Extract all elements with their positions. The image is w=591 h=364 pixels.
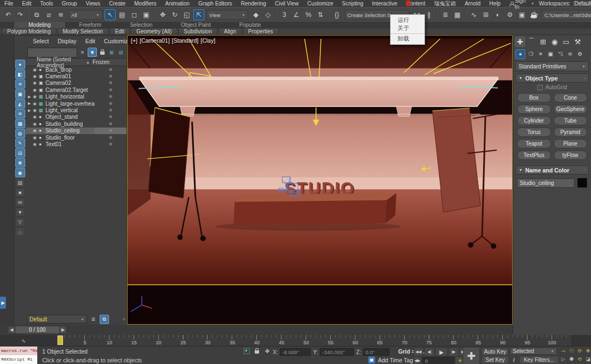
explorer-preset-dropdown[interactable]: Default ▼ xyxy=(27,315,87,323)
z-coordinate-field[interactable]: 0.0" xyxy=(363,348,389,356)
hierarchy-panel-icon[interactable]: ⊞ xyxy=(538,37,548,47)
explorer-dock-icon[interactable]: ⊟ xyxy=(15,148,25,158)
animation-tool-icon[interactable]: ⊸ xyxy=(560,347,567,354)
named-selection-sets-icon[interactable]: {} xyxy=(331,9,342,20)
frozen-toggle-icon[interactable]: ❋ xyxy=(95,128,127,134)
menu-item[interactable]: File xyxy=(0,1,18,7)
explorer-dock-icon[interactable]: ✉ xyxy=(15,198,25,207)
primitive-button[interactable]: Box xyxy=(517,93,551,102)
menu-item[interactable]: Tools xyxy=(36,1,57,7)
expand-arrow-icon[interactable]: ▶ xyxy=(28,101,33,106)
menu-item[interactable]: Edit xyxy=(18,1,36,7)
explorer-dock-icon[interactable]: ⌂ xyxy=(15,227,25,236)
camera-viewport[interactable]: [+] [Camera01] [Standard] [Clay] xyxy=(127,35,513,325)
helpers-category-icon[interactable]: ◹ xyxy=(556,50,565,59)
select-object-icon[interactable]: ↖ xyxy=(105,9,116,20)
explorer-column-header[interactable]: Name (Sorted Ascending) ▲ Frozen xyxy=(26,58,127,66)
animation-tool-icon[interactable]: ⚉ xyxy=(568,355,575,362)
viewport-shading-menu[interactable]: [Standard] xyxy=(172,37,198,44)
visibility-eye-icon[interactable]: ◉ xyxy=(33,108,39,113)
maxscript-mini-listener[interactable]: macros.run "Re MAXScript Mi xyxy=(0,346,37,364)
use-pivot-center-icon[interactable]: ◇ xyxy=(262,9,273,20)
select-and-link-icon[interactable]: ⧉ xyxy=(31,9,42,20)
explorer-object-row[interactable]: ▶ ◉ ▩ Light_large-overhead ❋ xyxy=(26,100,127,107)
workspace-dropdown[interactable]: Default ▼ xyxy=(572,0,591,7)
selection-filter-dropdown[interactable]: All ▼ xyxy=(68,10,102,20)
geometry-category-icon[interactable]: ● xyxy=(515,49,525,59)
next-frame-button[interactable]: |▶ xyxy=(449,348,458,356)
expand-arrow-icon[interactable]: ▶ xyxy=(28,108,33,113)
explorer-object-row[interactable]: ▶ ◉ ▩ Light_vertical ❋ xyxy=(26,107,127,113)
filter-funnel-icon[interactable]: ▼ xyxy=(88,48,97,57)
primitive-button[interactable]: Tube xyxy=(554,116,588,125)
explorer-dock-icon[interactable]: ● xyxy=(15,60,25,69)
menu-item[interactable]: Views xyxy=(82,1,105,7)
primitive-button[interactable]: Cone xyxy=(554,93,588,102)
primitive-button[interactable]: Torus xyxy=(517,128,551,137)
explorer-dock-icon[interactable]: ◍ xyxy=(15,129,25,138)
percent-snap-icon[interactable]: % xyxy=(303,9,314,20)
plugin-menu-item[interactable]: 关于 xyxy=(391,24,424,32)
frozen-toggle-icon[interactable]: ❋ xyxy=(95,80,127,85)
key-filters-button[interactable]: Key Filters... xyxy=(519,356,559,364)
render-production-icon[interactable]: ☕ xyxy=(529,9,540,20)
create-panel-icon[interactable]: ✚ xyxy=(515,37,525,47)
play-button[interactable]: ▶ xyxy=(435,348,447,356)
ref-coord-icon[interactable]: ◆ xyxy=(250,9,261,20)
frozen-toggle-icon[interactable]: ❋ xyxy=(95,108,127,113)
explorer-menu-item[interactable]: Display xyxy=(54,38,80,44)
menu-item[interactable]: Help xyxy=(485,1,505,7)
animation-tool-icon[interactable]: ⚇ xyxy=(568,347,575,354)
menu-item[interactable]: Rendering xyxy=(237,1,271,7)
frame-back-button[interactable]: ◀ xyxy=(8,326,15,334)
frozen-toggle-icon[interactable]: ❋ xyxy=(95,74,127,79)
plugin-menu-item[interactable]: 卸载 xyxy=(391,33,424,43)
explorer-dock-icon[interactable]: ▣ xyxy=(15,89,25,99)
undo-icon[interactable]: ↶ xyxy=(3,9,14,20)
mini-curve-editor-icon[interactable]: ∿ xyxy=(19,337,28,344)
viewport-general-menu[interactable]: [+] xyxy=(131,37,137,44)
explorer-object-row[interactable]: ◉ ● Back_drop ❋ xyxy=(26,66,127,73)
select-and-place-icon[interactable]: ⇱ xyxy=(193,9,204,20)
plugin-menu-item[interactable]: 运行 xyxy=(391,16,424,24)
selection-lock-icon[interactable] xyxy=(253,348,261,355)
primitive-button[interactable]: Sphere xyxy=(517,105,551,114)
menu-item[interactable]: Graph Editors xyxy=(194,1,237,7)
key-step-toggle[interactable]: ◀▶ xyxy=(414,356,421,364)
menu-item[interactable]: Interactive xyxy=(368,1,401,7)
set-key-button[interactable]: Set Key xyxy=(481,356,509,364)
explorer-dock-icon[interactable]: ✎ xyxy=(15,138,25,148)
toolbar-icon[interactable] xyxy=(465,10,466,20)
menu-item[interactable]: Civil View xyxy=(271,1,303,7)
hierarchy-view-icon[interactable]: ⧉ xyxy=(100,315,109,324)
frozen-toggle-icon[interactable]: ❋ xyxy=(95,114,127,119)
select-and-scale-icon[interactable]: ◱ xyxy=(181,9,192,20)
snaps-toggle-icon[interactable]: 3 xyxy=(279,9,290,20)
scene-explorer-toggle-icon[interactable]: ▦ xyxy=(452,9,463,20)
toolbar-icon[interactable] xyxy=(28,10,29,20)
menu-item[interactable]: Create xyxy=(105,1,130,7)
visibility-eye-icon[interactable]: ◉ xyxy=(33,128,39,133)
menu-item[interactable]: Modifiers xyxy=(130,1,161,7)
explorer-object-row[interactable]: ◉ ● Studio_building ❋ xyxy=(26,120,127,127)
redo-icon[interactable]: ↷ xyxy=(15,9,26,20)
animation-tool-icon[interactable]: ◪ xyxy=(584,355,591,362)
animation-tool-icon[interactable]: ✥ xyxy=(584,347,591,354)
visibility-eye-icon[interactable]: ◉ xyxy=(33,122,39,126)
explorer-dock-icon[interactable]: ◭ xyxy=(15,99,25,108)
animation-tool-icon[interactable]: ▷ xyxy=(560,355,567,362)
x-coordinate-field[interactable]: -8.689" xyxy=(280,348,311,356)
frame-forward-button[interactable]: ▶ xyxy=(59,326,67,334)
animation-tool-icon[interactable]: ⟲ xyxy=(576,355,583,362)
toolbar-icon[interactable] xyxy=(154,10,155,20)
expand-arrow-icon[interactable]: ▶ xyxy=(28,95,33,99)
explorer-object-row[interactable]: ▶ ◉ ▩ Light_horizontal ❋ xyxy=(26,94,127,100)
key-pose-icon[interactable]: ⚷ xyxy=(510,356,518,363)
menu-item[interactable]: Customize xyxy=(303,1,337,7)
time-slider-handle[interactable] xyxy=(58,336,63,345)
explorer-object-row[interactable]: ◉ ● Studio_ceiling ❋ xyxy=(26,128,127,134)
spinner-snap-icon[interactable]: ⇅ xyxy=(315,9,326,20)
visibility-eye-icon[interactable]: ◉ xyxy=(33,101,39,106)
explorer-menu-item[interactable]: Select xyxy=(29,38,53,44)
select-and-rotate-icon[interactable]: ↻ xyxy=(169,9,180,20)
